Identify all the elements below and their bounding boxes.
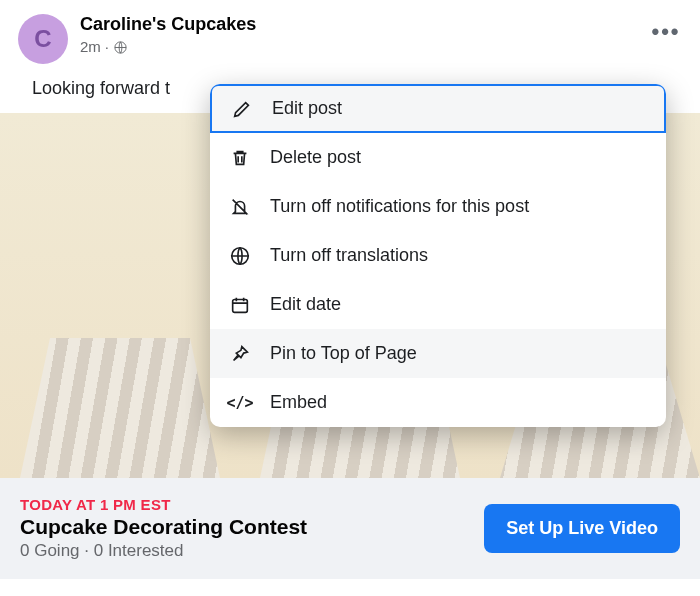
event-time: TODAY AT 1 PM EST: [20, 496, 484, 513]
menu-embed[interactable]: </> Embed: [210, 378, 666, 427]
separator: ·: [105, 38, 109, 55]
globe-icon[interactable]: [113, 38, 128, 56]
set-up-live-video-button[interactable]: Set Up Live Video: [484, 504, 680, 553]
event-stats: 0 Going · 0 Interested: [20, 541, 484, 561]
menu-turn-off-translations[interactable]: Turn off translations: [210, 231, 666, 280]
header-meta: Caroline's Cupcakes 2m ·: [80, 14, 648, 55]
menu-label: Turn off notifications for this post: [270, 196, 529, 217]
menu-label: Edit date: [270, 294, 341, 315]
post-header: C Caroline's Cupcakes 2m · •••: [0, 0, 700, 74]
calendar-icon: [228, 293, 252, 317]
menu-turn-off-notifications[interactable]: Turn off notifications for this post: [210, 182, 666, 231]
menu-label: Pin to Top of Page: [270, 343, 417, 364]
svg-rect-2: [233, 299, 248, 312]
event-title[interactable]: Cupcake Decorating Contest: [20, 515, 484, 539]
event-bar: TODAY AT 1 PM EST Cupcake Decorating Con…: [0, 478, 700, 579]
avatar[interactable]: C: [18, 14, 68, 64]
menu-pin-top[interactable]: Pin to Top of Page: [210, 329, 666, 378]
event-info: TODAY AT 1 PM EST Cupcake Decorating Con…: [20, 496, 484, 561]
menu-label: Embed: [270, 392, 327, 413]
pencil-icon: [230, 97, 254, 121]
post-options-dropdown: Edit post Delete post Turn off notificat…: [210, 84, 666, 427]
trash-icon: [228, 146, 252, 170]
menu-edit-date[interactable]: Edit date: [210, 280, 666, 329]
bell-off-icon: [228, 195, 252, 219]
time-row: 2m ·: [80, 38, 648, 56]
globe-grid-icon: [228, 244, 252, 268]
code-icon: </>: [228, 391, 252, 415]
menu-label: Turn off translations: [270, 245, 428, 266]
timestamp[interactable]: 2m: [80, 38, 101, 55]
author-name[interactable]: Caroline's Cupcakes: [80, 14, 648, 36]
menu-delete-post[interactable]: Delete post: [210, 133, 666, 182]
menu-label: Edit post: [272, 98, 342, 119]
menu-edit-post[interactable]: Edit post: [210, 84, 666, 133]
menu-label: Delete post: [270, 147, 361, 168]
more-options-button[interactable]: •••: [648, 14, 684, 50]
pin-icon: [228, 342, 252, 366]
